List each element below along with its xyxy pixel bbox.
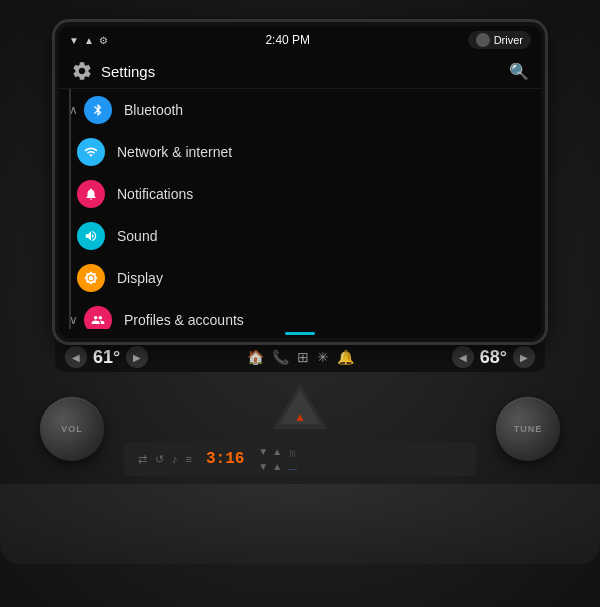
temp-right-down-btn[interactable]: ◀ <box>452 346 474 368</box>
apps-icon[interactable]: ⊞ <box>297 349 309 365</box>
screen-bezel: ▼ ▲ ⚙ 2:40 PM Driver Settings � <box>55 22 545 342</box>
radio-shuffle-btn[interactable]: ↺ <box>155 453 164 466</box>
hazard-button[interactable]: ▲ <box>273 382 327 430</box>
car-body: ▼ ▲ ⚙ 2:40 PM Driver Settings � <box>0 0 600 607</box>
menu-list: ∧ Bluetooth Network & inte <box>69 89 541 329</box>
driver-button[interactable]: Driver <box>468 31 531 49</box>
search-icon[interactable]: 🔍 <box>509 62 529 81</box>
radio-left-controls: ⇄ ↺ ♪ ≡ <box>138 453 192 466</box>
status-time: 2:40 PM <box>265 33 310 47</box>
temp-left: 61° <box>93 347 120 368</box>
temp-left-up-btn[interactable]: ▶ <box>126 346 148 368</box>
settings-item-profiles[interactable]: ∨ Profiles & accounts <box>71 299 541 329</box>
bluetooth-icon <box>84 96 112 124</box>
display-icon <box>77 264 105 292</box>
vol-knob[interactable]: VOL <box>40 397 104 461</box>
physical-controls: VOL ▲ ⇄ ↺ ♪ ≡ 3:16 <box>30 382 570 476</box>
chevron-up-icon: ∧ <box>69 103 78 117</box>
bluetooth-label: Bluetooth <box>124 102 183 118</box>
freq-down-btn[interactable]: ▼ <box>258 446 268 457</box>
seek-down-btn[interactable]: ▼ <box>258 461 268 472</box>
hazard-symbol: ▲ <box>294 410 306 424</box>
settings-item-bluetooth[interactable]: ∧ Bluetooth <box>71 89 541 131</box>
sound-icon <box>77 222 105 250</box>
sound-label: Sound <box>117 228 157 244</box>
signal-icon: ▲ <box>84 35 94 46</box>
radio-freq-control: ▼ ▲ ▼ ▲ <box>258 446 282 472</box>
network-icon <box>77 138 105 166</box>
network-label: Network & internet <box>117 144 232 160</box>
fan-icon[interactable]: ✳ <box>317 349 329 365</box>
settings-status-icon: ⚙ <box>99 35 108 46</box>
settings-title: Settings <box>101 63 155 80</box>
signal-bars: ||| <box>289 448 295 457</box>
seek-up-btn[interactable]: ▲ <box>272 461 282 472</box>
temp-right-up-btn[interactable]: ▶ <box>513 346 535 368</box>
profiles-label: Profiles & accounts <box>124 312 244 328</box>
radio-audio-btn[interactable]: ♪ <box>172 453 178 465</box>
status-left: ▼ ▲ ⚙ <box>69 35 108 46</box>
settings-item-network[interactable]: Network & internet <box>71 131 541 173</box>
screen: ▼ ▲ ⚙ 2:40 PM Driver Settings � <box>59 26 541 338</box>
temp-left-down-btn[interactable]: ◀ <box>65 346 87 368</box>
display-label: Display <box>117 270 163 286</box>
car-controls-bar: ◀ 61° ▶ 🏠 📞 ⊞ ✳ 🔔 ◀ 68° ▶ <box>55 342 545 372</box>
phone-icon[interactable]: 📞 <box>272 349 289 365</box>
settings-header: Settings 🔍 <box>59 54 541 89</box>
gear-icon <box>71 60 93 82</box>
car-bottom <box>0 484 600 564</box>
driver-icon <box>476 33 490 47</box>
scroll-indicator-area <box>59 329 541 338</box>
center-physical: ▲ ⇄ ↺ ♪ ≡ 3:16 ▼ ▲ <box>104 382 496 476</box>
tune-knob[interactable]: TUNE <box>496 397 560 461</box>
home-icon[interactable]: 🏠 <box>247 349 264 365</box>
notifications-icon <box>77 180 105 208</box>
notifications-label: Notifications <box>117 186 193 202</box>
freq-up-btn[interactable]: ▲ <box>272 446 282 457</box>
temp-right: 68° <box>480 347 507 368</box>
chevron-down-icon: ∨ <box>69 313 78 327</box>
profiles-icon <box>84 306 112 329</box>
scroll-indicator <box>285 332 315 335</box>
settings-item-display[interactable]: Display <box>71 257 541 299</box>
radio-frequency: 3:16 <box>206 450 244 468</box>
freq-indicator: __ <box>288 461 297 470</box>
radio-display: ⇄ ↺ ♪ ≡ 3:16 ▼ ▲ ▼ ▲ <box>124 442 476 476</box>
wifi-icon: ▼ <box>69 35 79 46</box>
driver-label: Driver <box>494 34 523 46</box>
settings-title-row: Settings <box>71 60 155 82</box>
radio-settings-btn[interactable]: ≡ <box>186 453 192 465</box>
bell-icon[interactable]: 🔔 <box>337 349 354 365</box>
status-bar: ▼ ▲ ⚙ 2:40 PM Driver <box>59 26 541 54</box>
radio-mode-btn[interactable]: ⇄ <box>138 453 147 466</box>
settings-item-sound[interactable]: Sound <box>71 215 541 257</box>
settings-item-notifications[interactable]: Notifications <box>71 173 541 215</box>
control-icons: 🏠 📞 ⊞ ✳ 🔔 <box>247 349 354 365</box>
